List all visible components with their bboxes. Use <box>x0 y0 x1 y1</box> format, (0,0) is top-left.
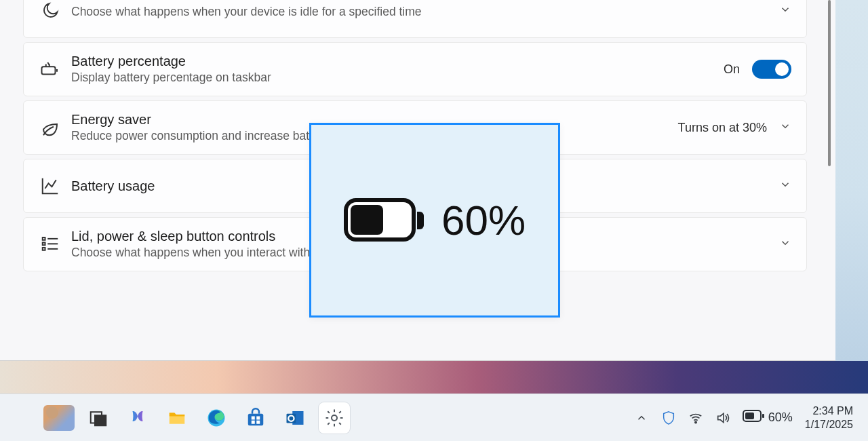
svg-point-19 <box>695 421 696 423</box>
wifi-icon[interactable] <box>688 410 703 425</box>
svg-rect-10 <box>248 413 264 425</box>
svg-rect-2 <box>43 243 45 246</box>
svg-rect-8 <box>95 415 106 425</box>
setting-sub: Display battery percentage on taskbar <box>71 71 724 85</box>
settings-button[interactable] <box>319 402 350 434</box>
desktop-right-edge <box>835 0 868 394</box>
clock[interactable]: 2:34 PM 1/17/2025 <box>805 404 853 432</box>
svg-rect-14 <box>256 420 260 423</box>
system-tray: 60% 2:34 PM 1/17/2025 <box>634 404 868 432</box>
scrollbar-thumb[interactable] <box>828 0 831 166</box>
chevron-down-icon <box>779 120 791 136</box>
svg-rect-11 <box>252 416 255 419</box>
battery-icon <box>743 410 764 425</box>
list-icon <box>36 234 64 254</box>
tray-overflow-button[interactable] <box>634 410 649 425</box>
battery-overlay-popup: 60% <box>309 123 560 318</box>
task-view-button[interactable] <box>83 402 114 434</box>
copilot-button[interactable] <box>122 402 153 434</box>
battery-tray[interactable]: 60% <box>743 410 793 425</box>
setting-title: Battery percentage <box>71 54 724 69</box>
file-explorer-button[interactable] <box>161 402 193 434</box>
leaf-icon <box>36 117 64 138</box>
svg-rect-1 <box>43 237 45 240</box>
volume-icon[interactable] <box>715 410 730 425</box>
svg-rect-12 <box>256 416 260 419</box>
toggle-state-label: On <box>724 62 740 77</box>
battery-large-icon <box>344 198 424 243</box>
chevron-down-icon <box>779 237 791 252</box>
moon-icon <box>36 1 64 20</box>
avatar-thumbnail <box>43 405 75 431</box>
edge-button[interactable] <box>201 402 232 434</box>
battery-overlay-percent: 60% <box>441 196 526 244</box>
microsoft-store-button[interactable] <box>240 402 271 434</box>
svg-rect-21 <box>745 413 754 419</box>
svg-rect-13 <box>252 420 255 423</box>
scrollbar[interactable] <box>826 0 834 258</box>
svg-point-18 <box>332 415 337 421</box>
setting-sub: Choose what happens when your device is … <box>71 5 779 19</box>
clock-date: 1/17/2025 <box>805 418 853 432</box>
battery-tray-text: 60% <box>768 410 793 425</box>
security-icon[interactable] <box>661 410 676 425</box>
setting-value: Turns on at 30% <box>678 121 767 135</box>
setting-row-battery-percentage[interactable]: Battery percentage Display battery perce… <box>23 42 807 96</box>
chevron-down-icon <box>779 178 791 194</box>
taskbar-widgets-button[interactable] <box>43 402 75 434</box>
chart-icon <box>36 176 64 196</box>
battery-plug-icon <box>36 59 64 79</box>
svg-rect-22 <box>762 414 764 418</box>
chevron-down-icon <box>779 3 791 19</box>
desktop-wallpaper-strip <box>0 361 868 394</box>
setting-row-screen-sleep[interactable]: Choose what happens when your device is … <box>23 0 807 38</box>
outlook-button[interactable] <box>279 402 311 434</box>
svg-rect-0 <box>42 66 56 74</box>
svg-rect-3 <box>43 248 45 250</box>
toggle-switch[interactable] <box>752 60 791 79</box>
clock-time: 2:34 PM <box>805 404 853 418</box>
taskbar: 60% 2:34 PM 1/17/2025 <box>0 394 868 441</box>
